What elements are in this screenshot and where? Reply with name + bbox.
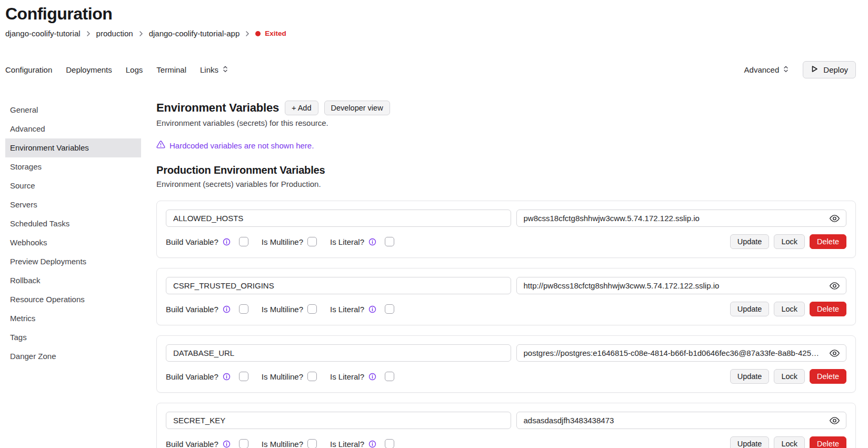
env-var-name-input[interactable] [166, 277, 511, 294]
lock-button[interactable]: Lock [774, 369, 805, 384]
chevron-right-icon [139, 31, 143, 37]
env-var-options-row: Build Variable? Is Multiline? Is Literal… [166, 234, 846, 249]
info-icon[interactable] [223, 373, 231, 381]
is-multiline-label: Is Multiline? [262, 440, 303, 448]
nav-tab-configuration[interactable]: Configuration [5, 65, 52, 74]
sidebar-item-scheduled-tasks[interactable]: Scheduled Tasks [5, 214, 141, 233]
add-button[interactable]: + Add [285, 101, 318, 115]
eye-icon[interactable] [829, 280, 840, 291]
env-var-actions: Update Lock Delete [730, 369, 846, 384]
env-var-value-input[interactable] [516, 210, 847, 227]
breadcrumb-item[interactable]: django-coolify-tutorial [5, 29, 81, 38]
sidebar-item-source[interactable]: Source [5, 176, 141, 195]
build-variable-checkbox[interactable] [239, 439, 248, 448]
env-var-options-row: Build Variable? Is Multiline? Is Literal… [166, 436, 846, 448]
alert-triangle-icon [156, 140, 165, 151]
update-button[interactable]: Update [730, 436, 770, 448]
eye-icon[interactable] [829, 415, 840, 426]
eye-icon[interactable] [829, 347, 840, 359]
build-variable-checkbox[interactable] [239, 304, 248, 314]
env-var-card: Build Variable? Is Multiline? Is Literal… [156, 403, 856, 448]
info-icon[interactable] [368, 305, 376, 313]
sidebar-item-advanced[interactable]: Advanced [5, 120, 141, 138]
breadcrumb-item[interactable]: production [96, 29, 133, 38]
info-icon[interactable] [368, 238, 376, 246]
nav-tab-links[interactable]: Links [200, 65, 228, 75]
status-badge: Exited [255, 29, 286, 37]
advanced-label: Advanced [744, 65, 780, 74]
is-multiline-label: Is Multiline? [262, 372, 303, 381]
env-var-name-input[interactable] [166, 210, 511, 227]
is-multiline-checkbox[interactable] [307, 237, 317, 246]
env-var-inputs-row [166, 412, 846, 429]
sidebar-item-general[interactable]: General [5, 101, 141, 120]
is-multiline-checkbox[interactable] [307, 439, 317, 448]
sidebar-item-webhooks[interactable]: Webhooks [5, 233, 141, 252]
top-nav: ConfigurationDeploymentsLogsTerminalLink… [5, 61, 856, 78]
update-button[interactable]: Update [730, 302, 770, 316]
sidebar-item-preview-deployments[interactable]: Preview Deployments [5, 252, 141, 271]
info-icon[interactable] [368, 440, 376, 448]
is-multiline-checkbox[interactable] [307, 372, 317, 381]
nav-right: Advanced Deploy [744, 61, 856, 78]
info-icon[interactable] [223, 238, 231, 246]
env-var-value-input[interactable] [516, 344, 847, 362]
eye-icon[interactable] [829, 213, 840, 224]
sidebar-item-servers[interactable]: Servers [5, 195, 141, 214]
env-var-inputs-row [166, 277, 846, 294]
is-literal-checkbox[interactable] [385, 304, 394, 314]
env-var-value-input[interactable] [516, 277, 847, 294]
env-var-value-wrap [516, 412, 847, 429]
build-variable-checkbox[interactable] [239, 237, 248, 246]
lock-button[interactable]: Lock [774, 234, 805, 249]
info-icon[interactable] [223, 440, 231, 448]
env-var-value-wrap [516, 210, 847, 227]
breadcrumb-item[interactable]: django-coolify-tutorial-app [149, 29, 240, 38]
delete-button[interactable]: Delete [810, 369, 846, 384]
sidebar-item-danger-zone[interactable]: Danger Zone [5, 347, 141, 366]
nav-tab-deployments[interactable]: Deployments [66, 65, 112, 74]
update-button[interactable]: Update [730, 234, 770, 249]
info-icon[interactable] [223, 305, 231, 313]
is-literal-checkbox[interactable] [385, 237, 394, 246]
nav-tab-terminal[interactable]: Terminal [156, 65, 186, 74]
build-variable-checkbox[interactable] [239, 372, 248, 381]
content: GeneralAdvancedEnvironment VariablesStor… [5, 101, 856, 448]
nav-tab-label: Terminal [156, 65, 186, 74]
sidebar-item-storages[interactable]: Storages [5, 157, 141, 176]
lock-button[interactable]: Lock [774, 302, 805, 316]
env-var-checkboxes: Build Variable? Is Multiline? Is Literal… [166, 439, 407, 448]
nav-tab-logs[interactable]: Logs [126, 65, 143, 74]
env-var-name-input[interactable] [166, 344, 511, 362]
is-literal-label: Is Literal? [330, 305, 364, 314]
deploy-button[interactable]: Deploy [803, 61, 856, 78]
nav-tab-label: Links [200, 65, 218, 74]
sidebar-item-rollback[interactable]: Rollback [5, 271, 141, 290]
delete-button[interactable]: Delete [810, 436, 846, 448]
update-button[interactable]: Update [730, 369, 770, 384]
developer-view-button[interactable]: Developer view [324, 101, 390, 115]
info-icon[interactable] [368, 373, 376, 381]
nav-tab-label: Logs [126, 65, 143, 74]
advanced-dropdown[interactable]: Advanced [744, 65, 790, 75]
page-header: Configuration django-coolify-tutorialpro… [5, 4, 856, 38]
env-vars-subtitle: Environment variables (secrets) for this… [156, 118, 856, 127]
lock-button[interactable]: Lock [774, 436, 805, 448]
sidebar-item-resource-operations[interactable]: Resource Operations [5, 290, 141, 309]
sidebar-item-tags[interactable]: Tags [5, 328, 141, 347]
sidebar-item-metrics[interactable]: Metrics [5, 309, 141, 328]
is-literal-checkbox[interactable] [385, 439, 394, 448]
sidebar: GeneralAdvancedEnvironment VariablesStor… [5, 101, 156, 448]
env-var-name-input[interactable] [166, 412, 511, 429]
chevron-up-down-icon [783, 65, 789, 75]
sidebar-item-environment-variables[interactable]: Environment Variables [5, 138, 141, 157]
nav-tab-label: Deployments [66, 65, 112, 74]
build-variable-label: Build Variable? [166, 440, 218, 448]
env-var-options-row: Build Variable? Is Multiline? Is Literal… [166, 302, 846, 316]
is-literal-label: Is Literal? [330, 440, 364, 448]
is-multiline-checkbox[interactable] [307, 304, 317, 314]
env-var-value-input[interactable] [516, 412, 847, 429]
delete-button[interactable]: Delete [810, 234, 846, 249]
is-literal-checkbox[interactable] [385, 372, 394, 381]
delete-button[interactable]: Delete [810, 302, 846, 316]
